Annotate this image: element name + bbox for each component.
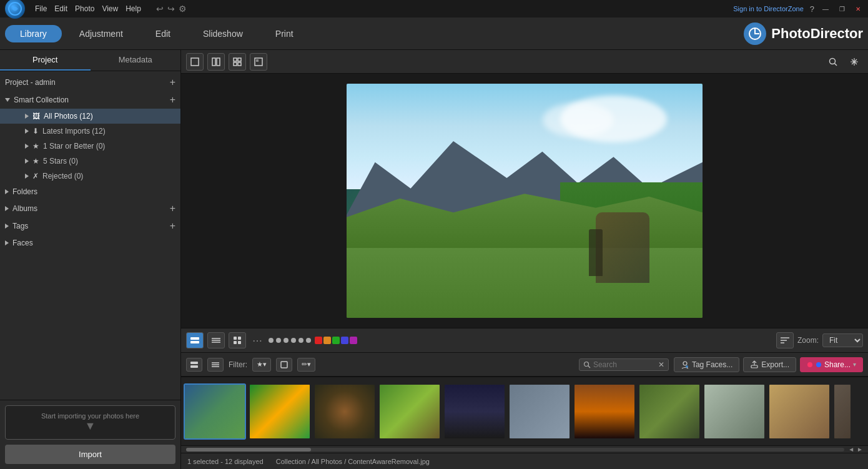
sidebar-item-1star[interactable]: ★ 1 Star or Better (0) <box>0 139 180 154</box>
tab-slideshow[interactable]: Slideshow <box>188 25 258 42</box>
filter-type-dropdown[interactable] <box>276 358 292 372</box>
more-options-btn[interactable]: ⋯ <box>250 335 265 347</box>
tab-adjustment[interactable]: Adjustment <box>64 25 138 42</box>
tags-add-btn[interactable]: + <box>170 221 175 231</box>
svg-rect-26 <box>190 365 198 368</box>
svg-rect-5 <box>234 58 237 61</box>
thumb-10[interactable] <box>768 383 831 440</box>
strip-view-btn[interactable] <box>186 332 204 348</box>
1star-label: 1 Star or Better (0) <box>43 142 105 151</box>
share-btn[interactable]: Share... ▾ <box>800 357 863 372</box>
menu-edit[interactable]: Edit <box>54 4 67 13</box>
view-single-btn[interactable] <box>186 53 204 71</box>
folders-header[interactable]: Folders <box>0 184 180 200</box>
dot-1[interactable] <box>269 338 274 343</box>
scrollbar-thumb[interactable] <box>186 448 311 452</box>
import-button[interactable]: Import <box>5 445 175 464</box>
view-compare-btn[interactable] <box>250 53 267 71</box>
folders-label: Folders <box>12 187 37 196</box>
menu-help[interactable]: Help <box>126 4 141 13</box>
sort-btn[interactable] <box>776 332 794 348</box>
scroll-left-btn[interactable]: ◄ <box>848 446 854 453</box>
thumb-3[interactable] <box>313 383 376 440</box>
thumb-7[interactable] <box>573 383 636 440</box>
search-tool-btn[interactable] <box>824 53 842 71</box>
thumb-img-7 <box>575 385 634 438</box>
export-btn[interactable]: Export... <box>743 357 796 372</box>
thumb-img-partial <box>834 385 851 438</box>
thumb-6[interactable] <box>508 383 571 440</box>
undo-icon[interactable]: ↩ <box>156 4 164 14</box>
item-icon-rejected: ✗ <box>32 172 39 180</box>
help-icon[interactable]: ? <box>810 4 814 14</box>
smart-collection-add-btn[interactable]: + <box>170 95 175 105</box>
sidebar-tab-project[interactable]: Project <box>0 50 91 71</box>
app-logo-icon <box>5 0 25 19</box>
sidebar-item-5stars[interactable]: ★ 5 Stars (0) <box>0 154 180 169</box>
sidebar-item-all-photos[interactable]: 🖼 All Photos (12) <box>0 109 180 124</box>
sidebar-tab-metadata[interactable]: Metadata <box>91 50 181 71</box>
tab-edit[interactable]: Edit <box>141 25 185 42</box>
thumb-grid-btn[interactable] <box>229 332 246 348</box>
sidebar-item-latest-imports[interactable]: ⬇ Latest Imports (12) <box>0 124 180 139</box>
minimize-btn[interactable]: — <box>821 4 831 14</box>
tag-faces-btn[interactable]: + Tag Faces... <box>674 357 739 372</box>
menu-file[interactable]: File <box>35 4 47 13</box>
sidebar-item-rejected[interactable]: ✗ Rejected (0) <box>0 169 180 184</box>
menu-view[interactable]: View <box>102 4 118 13</box>
color-orange[interactable] <box>323 337 331 344</box>
dot-4[interactable] <box>291 338 296 343</box>
filter-view-btn1[interactable] <box>186 358 202 372</box>
import-placeholder[interactable]: Start importing your photos here ▼ <box>5 405 175 440</box>
albums-add-btn[interactable]: + <box>170 204 175 214</box>
project-add-btn[interactable]: + <box>170 77 175 87</box>
thumb-5[interactable] <box>443 383 506 440</box>
tags-header[interactable]: Tags + <box>0 217 180 235</box>
filter-edit-dropdown[interactable]: ✏▾ <box>297 358 315 372</box>
pan-tool-btn[interactable] <box>846 53 863 71</box>
settings-icon[interactable]: ⚙ <box>179 4 187 14</box>
view-grid-btn[interactable] <box>229 53 246 71</box>
dot-3[interactable] <box>284 338 289 343</box>
status-bar: 1 selected - 12 displayed Collection / A… <box>181 453 868 469</box>
search-clear-btn[interactable]: ✕ <box>658 360 664 369</box>
albums-header[interactable]: Albums + <box>0 200 180 217</box>
filter-view-btn2[interactable] <box>207 358 224 372</box>
main-view: ⋯ Zoom: <box>181 50 868 469</box>
tab-library[interactable]: Library <box>5 25 62 42</box>
color-purple[interactable] <box>350 337 357 344</box>
filter-rating-dropdown[interactable]: ★▾ <box>252 358 271 372</box>
scroll-right-btn[interactable]: ► <box>857 446 863 453</box>
thumb-8[interactable] <box>638 383 701 440</box>
faces-header[interactable]: Faces <box>0 235 180 251</box>
thumb-4[interactable] <box>378 383 441 440</box>
smart-collection-header[interactable]: Smart Collection + <box>0 91 180 109</box>
dot-5[interactable] <box>298 338 303 343</box>
tag-faces-label: Tag Faces... <box>692 360 732 369</box>
arrow-icon <box>25 159 29 164</box>
thumb-partial[interactable] <box>833 383 852 440</box>
menu-photo[interactable]: Photo <box>75 4 94 13</box>
color-blue[interactable] <box>341 337 348 344</box>
share-dropdown-arrow: ▾ <box>853 361 856 368</box>
dot-2[interactable] <box>276 338 281 343</box>
redo-icon[interactable]: ↪ <box>167 4 175 14</box>
view-dual-btn[interactable] <box>207 53 225 71</box>
thumb-2[interactable] <box>249 383 311 440</box>
search-input[interactable] <box>593 360 656 369</box>
bottom-toolbar: ⋯ Zoom: <box>181 328 868 353</box>
signin-link[interactable]: Sign in to DirectorZone <box>733 5 804 12</box>
dot-6[interactable] <box>306 338 311 343</box>
color-red[interactable] <box>315 337 322 344</box>
thumb-9[interactable] <box>703 383 766 440</box>
scrollbar-track[interactable] <box>186 448 844 452</box>
color-green[interactable] <box>332 337 340 344</box>
svg-rect-7 <box>234 62 237 66</box>
restore-btn[interactable]: ❐ <box>837 4 847 14</box>
tab-print[interactable]: Print <box>260 25 308 42</box>
svg-rect-14 <box>190 341 199 343</box>
close-btn[interactable]: ✕ <box>853 4 863 14</box>
zoom-select[interactable]: Fit Fill 25% 50% 75% 100% 200% <box>822 333 863 347</box>
thumb-1[interactable] <box>184 383 246 440</box>
list-view-btn[interactable] <box>207 332 225 348</box>
